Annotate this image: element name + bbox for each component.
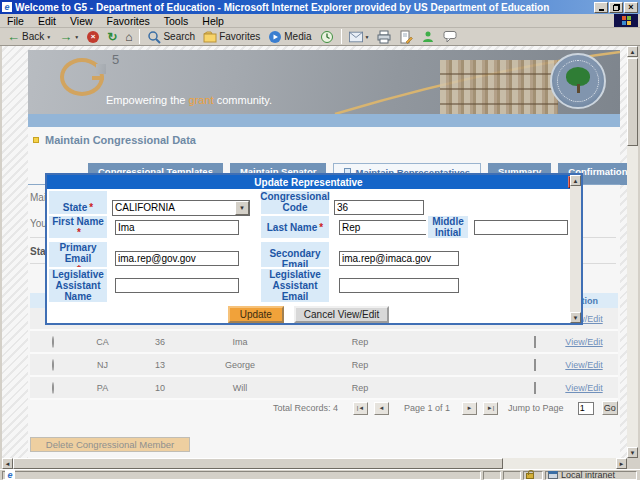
label-text: Legislative Assistant Email [263, 269, 327, 302]
horizontal-scroll-thumb[interactable] [13, 458, 503, 469]
media-label: Media [284, 31, 311, 42]
view-edit-link[interactable]: View/Edit [550, 360, 618, 370]
cell-last-name: Rep [290, 337, 430, 347]
row-checkbox[interactable] [534, 336, 536, 348]
messenger-icon [421, 30, 435, 44]
zone-pane: Local intranet [545, 471, 637, 480]
home-icon: ⌂ [125, 30, 132, 44]
view-edit-link[interactable]: View/Edit [550, 383, 618, 393]
row-checkbox[interactable] [534, 382, 536, 394]
menu-edit[interactable]: Edit [31, 15, 63, 27]
legislative-assistant-name-label: Legislative Assistant Name [47, 267, 109, 304]
restore-button[interactable] [609, 2, 623, 13]
last-page-button[interactable]: ►| [483, 402, 498, 415]
scroll-down-icon[interactable]: ▼ [570, 312, 581, 323]
row-radio[interactable] [52, 336, 54, 348]
menu-file[interactable]: File [0, 15, 31, 27]
vertical-scrollbar[interactable]: ▲ ▼ [627, 46, 638, 458]
forward-arrow-icon: → [59, 31, 72, 43]
scrollbar-corner [627, 458, 638, 469]
flag-blue [622, 21, 626, 25]
title-bar: e Welcome to G5 - Department of Educatio… [0, 0, 640, 14]
status-pane [503, 471, 521, 480]
middle-initial-label: Middle Initial [426, 214, 470, 240]
mail-dropdown-icon[interactable]: ▼ [365, 34, 370, 40]
cell-state: PA [75, 383, 130, 393]
back-button[interactable]: ← Back ▼ [3, 29, 55, 45]
row-radio[interactable] [52, 359, 54, 371]
discuss-icon [443, 30, 457, 44]
scroll-up-icon[interactable]: ▲ [627, 46, 638, 57]
close-button[interactable]: × [624, 2, 638, 13]
menu-tools[interactable]: Tools [157, 15, 196, 27]
cell-code: 13 [130, 360, 190, 370]
scroll-left-icon[interactable]: ◄ [2, 458, 13, 469]
secondary-email-input[interactable] [339, 251, 459, 266]
prev-page-button[interactable]: ◄ [374, 402, 389, 415]
scroll-up-icon[interactable]: ▲ [570, 175, 581, 186]
search-button[interactable]: Search [143, 29, 199, 45]
middle-initial-input[interactable] [474, 220, 568, 235]
home-button[interactable]: ⌂ [121, 29, 136, 45]
jump-to-page-input[interactable] [578, 402, 594, 415]
refresh-button[interactable]: ↻ [103, 29, 121, 45]
padlock-icon [526, 473, 534, 479]
forward-button[interactable]: → ▼ [55, 29, 83, 45]
favorites-button[interactable]: Favorites [199, 29, 264, 45]
page-icon: e [5, 470, 15, 480]
table-row: CA 36 Ima Rep View/Edit [30, 331, 618, 354]
search-icon [147, 30, 161, 44]
scroll-right-icon[interactable]: ► [616, 458, 627, 469]
menu-favorites[interactable]: Favorites [100, 15, 157, 27]
forward-dropdown-icon[interactable]: ▼ [74, 34, 79, 40]
first-name-input[interactable] [115, 220, 239, 235]
state-select-arrow-icon[interactable]: ▼ [235, 201, 249, 215]
total-records: Total Records: 4 [273, 403, 338, 413]
stop-icon: × [87, 31, 99, 43]
form-row: First Name* Last Name* Middle Initial [47, 214, 570, 240]
scroll-down-icon[interactable]: ▼ [627, 447, 638, 458]
vertical-scroll-thumb[interactable] [627, 58, 638, 146]
seal-tree-crown [566, 67, 590, 86]
g5-logo-sup: 5 [112, 52, 119, 67]
label-text: Legislative Assistant Name [51, 269, 105, 302]
messenger-button[interactable] [417, 29, 439, 45]
media-button[interactable]: Media [264, 29, 315, 45]
update-representative-dialog: Update Representative × ▲ ▼ State* CALIF… [45, 173, 583, 325]
legislative-assistant-name-input[interactable] [115, 278, 239, 293]
minimize-button[interactable] [594, 2, 608, 13]
next-page-button[interactable]: ► [462, 402, 477, 415]
row-checkbox[interactable] [534, 359, 536, 371]
window-title: Welcome to G5 - Department of Education … [15, 2, 593, 13]
back-dropdown-icon[interactable]: ▼ [46, 34, 51, 40]
status-pane [483, 471, 501, 480]
print-button[interactable] [373, 29, 395, 45]
primary-email-input[interactable] [115, 251, 239, 266]
favorites-label: Favorites [219, 31, 260, 42]
banner-blue-bar [28, 114, 620, 127]
go-button[interactable]: Go [602, 401, 618, 415]
stop-button[interactable]: × [83, 29, 103, 45]
cell-state: CA [75, 337, 130, 347]
dialog-scrollbar[interactable]: ▲ ▼ [570, 175, 581, 323]
cancel-view-edit-button[interactable]: Cancel View/Edit [294, 306, 389, 323]
mail-button[interactable]: ▼ [345, 29, 374, 45]
update-button[interactable]: Update [228, 306, 284, 323]
congressional-code-input[interactable] [334, 200, 424, 215]
view-edit-link[interactable]: View/Edit [550, 337, 618, 347]
cell-state: NJ [75, 360, 130, 370]
row-radio[interactable] [52, 382, 54, 394]
edit-button[interactable] [395, 29, 417, 45]
menu-help[interactable]: Help [195, 15, 231, 27]
menu-view[interactable]: View [63, 15, 100, 27]
mail-icon [349, 30, 363, 44]
history-button[interactable] [316, 29, 338, 45]
first-page-button[interactable]: |◄ [353, 402, 368, 415]
legislative-assistant-email-input[interactable] [339, 278, 459, 293]
delete-congressional-member-button[interactable]: Delete Congressional Member [30, 437, 190, 452]
intranet-zone-icon [548, 471, 558, 479]
horizontal-scrollbar[interactable]: ◄ ► [2, 458, 627, 469]
standard-toolbar: ← Back ▼ → ▼ × ↻ ⌂ Search Favorites Medi… [0, 28, 640, 46]
page-viewport: 5 Empowering the grant community. Mainta… [0, 46, 640, 458]
discuss-button[interactable] [439, 29, 461, 45]
